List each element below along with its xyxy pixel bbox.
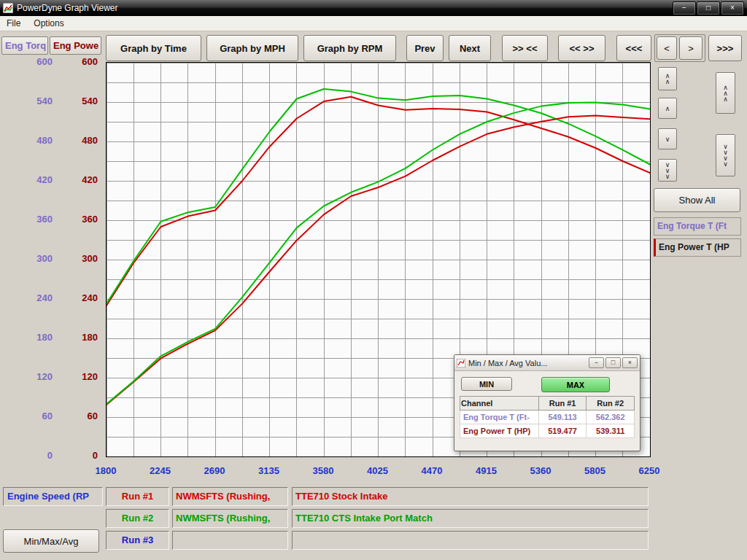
torque-axis-labels: 600540480420360300240180120600 — [20, 62, 53, 456]
power-tick-label: 60 — [88, 411, 98, 421]
window-title: PowerDyne Graph Viewer — [17, 3, 673, 13]
minmax-avg-button[interactable]: Min/Max/Avg — [3, 529, 99, 553]
torque-tick-label: 540 — [36, 96, 53, 106]
rpm-tick-label: 1800 — [96, 465, 117, 476]
window-controls: − □ × — [673, 1, 744, 15]
scroll-left-button[interactable]: < — [657, 36, 677, 60]
torque-tick-label: 480 — [36, 135, 53, 146]
prev-button[interactable]: Prev — [406, 35, 444, 61]
torque-tick-label: 60 — [42, 411, 53, 421]
maximize-button[interactable]: □ — [697, 1, 720, 15]
run2-name-cell: NWMSFTS (Rushing, — [172, 509, 288, 528]
graph-by-mph-button[interactable]: Graph by MPH — [206, 35, 298, 61]
zoom-out-x-button[interactable]: << >> — [558, 35, 605, 61]
power-tick-label: 0 — [93, 450, 98, 461]
minmax-window-body: MIN MAX Channel Run #1 Run #2 Eng Torque… — [454, 371, 640, 442]
column-run2: Run #2 — [587, 397, 635, 411]
power-tick-label: 480 — [82, 135, 98, 146]
run3-label-cell[interactable]: Run #3 — [106, 531, 169, 550]
rpm-tick-label: 4470 — [422, 465, 443, 476]
run1-name-cell: NWMSFTS (Rushing, — [172, 487, 288, 506]
torque-tick-label: 240 — [36, 292, 53, 303]
y-shift-up-spinner[interactable]: ∧ — [658, 98, 677, 119]
torque-tick-label: 0 — [47, 450, 53, 461]
minmax-table: Channel Run #1 Run #2 Eng Torque T (Ft- … — [460, 396, 635, 438]
menu-bar: File Options — [0, 16, 747, 31]
power-tick-label: 300 — [82, 253, 98, 264]
power-channel-cell: Eng Power T (HP) — [460, 424, 539, 438]
title-bar: PowerDyne Graph Viewer − □ × — [0, 0, 747, 16]
torque-tick-label: 360 — [36, 214, 53, 225]
minmax-header-row: Channel Run #1 Run #2 — [460, 397, 635, 411]
minmax-minimize-button[interactable]: − — [589, 357, 604, 368]
rpm-tick-label: 5360 — [530, 465, 551, 476]
torque-channel-cell: Eng Torque T (Ft- — [460, 411, 539, 424]
power-tick-label: 420 — [82, 174, 98, 185]
scroll-far-left-button[interactable]: <<< — [616, 35, 651, 61]
power-run2-value: 539.311 — [587, 424, 635, 438]
torque-tick-label: 120 — [36, 371, 53, 382]
y-scale-up-spinner[interactable]: ∧ ∧ — [658, 67, 677, 90]
torque-tick-label: 420 — [36, 174, 53, 185]
minmax-title-bar[interactable]: Min / Max / Avg Valu... − □ × — [454, 355, 640, 371]
legend-eng-power[interactable]: Eng Power T (HP — [654, 238, 741, 257]
show-all-button[interactable]: Show All — [654, 188, 740, 212]
app-icon — [3, 3, 13, 13]
torque-tick-label: 300 — [36, 253, 53, 264]
max-toggle-button[interactable]: MAX — [541, 377, 610, 392]
run1-note-cell: TTE710 Stock Intake — [292, 487, 649, 506]
power-tick-label: 240 — [82, 292, 98, 303]
tab-eng-torque[interactable]: Eng Torq — [1, 36, 48, 55]
min-toggle-button[interactable]: MIN — [461, 377, 512, 391]
torque-tick-label: 180 — [36, 332, 53, 343]
tab-eng-power[interactable]: Eng Powe — [50, 36, 101, 55]
scroll-far-right-button[interactable]: >>> — [708, 35, 742, 61]
rpm-tick-label: 2690 — [204, 465, 225, 476]
power-tick-label: 180 — [82, 332, 98, 343]
app-window: PowerDyne Graph Viewer − □ × File Option… — [0, 0, 747, 560]
x-channel-selector[interactable]: Engine Speed (RP — [3, 487, 103, 506]
graph-by-rpm-button[interactable]: Graph by RPM — [303, 35, 396, 61]
run2-label-cell[interactable]: Run #2 — [106, 509, 169, 528]
torque-run1-value: 549.113 — [538, 411, 587, 424]
power-tick-label: 360 — [82, 214, 98, 225]
rpm-tick-label: 4915 — [476, 465, 497, 476]
power-run1-value: 519.477 — [538, 424, 587, 438]
minmax-window-icon — [457, 359, 465, 368]
y-scale-down-spinner[interactable]: ∨ ∨ ∨ — [658, 159, 677, 182]
close-button[interactable]: × — [721, 1, 744, 15]
column-channel: Channel — [460, 397, 539, 411]
rpm-tick-label: 2245 — [150, 465, 171, 476]
rpm-tick-label: 3135 — [258, 465, 279, 476]
table-row-torque: Eng Torque T (Ft- 549.113 562.362 — [460, 411, 635, 424]
y-zoom-out-spinner[interactable]: ∨ ∨ ∨ ∨ — [716, 134, 735, 176]
scroll-right-button[interactable]: > — [679, 36, 703, 60]
zoom-in-x-button[interactable]: >> << — [502, 35, 548, 61]
minmax-window: Min / Max / Avg Valu... − □ × MIN MAX Ch… — [454, 354, 640, 451]
run2-note-cell: TTE710 CTS Intake Port Match — [292, 509, 649, 528]
next-button[interactable]: Next — [449, 35, 491, 61]
minmax-close-button[interactable]: × — [622, 357, 638, 368]
minmax-window-title: Min / Max / Avg Valu... — [468, 359, 587, 368]
power-tick-label: 600 — [82, 56, 98, 67]
y-zoom-in-spinner[interactable]: ∧ ∧ ∧ — [716, 72, 735, 114]
rpm-axis-labels: 1800224526903135358040254470491553605805… — [106, 465, 649, 478]
rpm-tick-label: 5805 — [584, 465, 605, 476]
minmax-restore-button[interactable]: □ — [605, 357, 621, 368]
legend-eng-torque[interactable]: Eng Torque T (Ft — [654, 217, 741, 236]
menu-file[interactable]: File — [0, 17, 27, 30]
power-axis-labels: 600540480420360300240180120600 — [64, 62, 98, 456]
run1-label-cell[interactable]: Run #1 — [106, 487, 169, 506]
power-tick-label: 120 — [82, 371, 98, 382]
rpm-tick-label: 6250 — [639, 465, 660, 476]
graph-by-time-button[interactable]: Graph by Time — [106, 35, 201, 61]
run3-name-cell — [172, 531, 288, 550]
torque-tick-label: 600 — [36, 56, 53, 67]
minimize-button[interactable]: − — [673, 1, 696, 15]
table-row-power: Eng Power T (HP) 519.477 539.311 — [460, 424, 635, 438]
menu-options[interactable]: Options — [27, 17, 70, 30]
power-tick-label: 540 — [82, 96, 98, 106]
y-shift-down-spinner[interactable]: ∨ — [658, 128, 677, 149]
rpm-tick-label: 4025 — [367, 465, 388, 476]
rpm-tick-label: 3580 — [313, 465, 334, 476]
